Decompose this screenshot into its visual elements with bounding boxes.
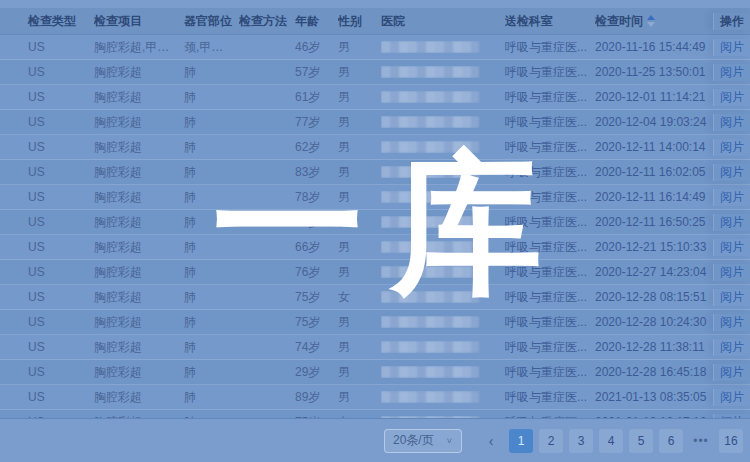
cell-organ: 肺	[184, 264, 239, 281]
view-images-link[interactable]: 阅片	[720, 165, 744, 179]
cell-action: 阅片	[713, 214, 750, 231]
cell-action: 阅片	[713, 114, 750, 131]
table-row: US胸腔彩超肺77岁男呼吸与重症医...2020-12-04 19:03:24阅…	[0, 110, 750, 135]
cell-hospital	[381, 166, 505, 178]
cell-gender: 男	[338, 39, 381, 56]
column-header-exam_time[interactable]: 检查时间	[595, 13, 713, 30]
sort-icon[interactable]	[647, 15, 655, 27]
prev-page-button[interactable]: ‹	[479, 429, 503, 453]
table-row: US胸腔彩超肺76岁男呼吸与重症医...2020-12-27 14:23:04阅…	[0, 260, 750, 285]
column-header-hospital: 医院	[381, 13, 505, 30]
cell-organ: 肺	[184, 289, 239, 306]
cell-hospital	[381, 366, 505, 378]
cell-exam_type: US	[0, 65, 94, 79]
cell-exam_type: US	[0, 40, 94, 54]
cell-action: 阅片	[713, 189, 750, 206]
exam-table: 检查类型检查项目器官部位检查方法年龄性别医院送检科室检查时间操作 US胸腔彩超,…	[0, 8, 750, 435]
cell-department: 呼吸与重症医...	[505, 389, 595, 406]
view-images-link[interactable]: 阅片	[720, 315, 744, 329]
cell-age: 77岁	[295, 114, 338, 131]
table-row: US胸腔彩超肺57岁男呼吸与重症医...2020-11-25 13:50:01阅…	[0, 60, 750, 85]
cell-exam_time: 2020-11-25 13:50:01	[595, 65, 713, 79]
view-images-link[interactable]: 阅片	[720, 215, 744, 229]
page-buttons: 123456•••16	[506, 429, 746, 453]
view-images-link[interactable]: 阅片	[720, 65, 744, 79]
table-header-row: 检查类型检查项目器官部位检查方法年龄性别医院送检科室检查时间操作	[0, 8, 750, 35]
view-images-link[interactable]: 阅片	[720, 340, 744, 354]
view-images-link[interactable]: 阅片	[720, 390, 744, 404]
page-size-select[interactable]: 20条/页 ∨	[384, 429, 462, 453]
cell-department: 呼吸与重症医...	[505, 264, 595, 281]
cell-department: 呼吸与重症医...	[505, 164, 595, 181]
more-pages-icon[interactable]: •••	[689, 429, 713, 453]
cell-exam_type: US	[0, 340, 94, 354]
cell-gender: 男	[338, 364, 381, 381]
cell-hospital	[381, 66, 505, 78]
cell-exam_type: US	[0, 365, 94, 379]
view-images-link[interactable]: 阅片	[720, 290, 744, 304]
page-button-16[interactable]: 16	[719, 429, 743, 453]
cell-organ: 肺	[184, 389, 239, 406]
page-button-5[interactable]: 5	[629, 429, 653, 453]
view-images-link[interactable]: 阅片	[720, 190, 744, 204]
page-button-2[interactable]: 2	[539, 429, 563, 453]
page-button-6[interactable]: 6	[659, 429, 683, 453]
cell-exam_time: 2020-12-11 16:02:05	[595, 165, 713, 179]
cell-organ: 肺	[184, 64, 239, 81]
cell-exam_time: 2020-12-28 10:24:30	[595, 315, 713, 329]
cell-exam_item: 胸腔彩超	[94, 314, 184, 331]
cell-department: 呼吸与重症医...	[505, 114, 595, 131]
view-images-link[interactable]: 阅片	[720, 265, 744, 279]
page-button-4[interactable]: 4	[599, 429, 623, 453]
cell-exam_type: US	[0, 115, 94, 129]
redacted-hospital-name	[381, 141, 479, 153]
column-header-organ: 器官部位	[184, 13, 239, 30]
cell-hospital	[381, 41, 505, 53]
view-images-link[interactable]: 阅片	[720, 240, 744, 254]
cell-gender: 男	[338, 314, 381, 331]
cell-action: 阅片	[713, 164, 750, 181]
table-row: US胸腔彩超肺78岁男呼吸与重症医...2020-12-11 16:14:49阅…	[0, 185, 750, 210]
cell-exam_item: 胸腔彩超	[94, 239, 184, 256]
cell-age: 75岁	[295, 289, 338, 306]
cell-gender: 男	[338, 264, 381, 281]
cell-exam_time: 2020-12-04 19:03:24	[595, 115, 713, 129]
cell-exam_time: 2020-12-21 15:10:33	[595, 240, 713, 254]
table-row: US胸腔彩超肺75岁女呼吸与重症医...2020-12-28 08:15:51阅…	[0, 285, 750, 310]
cell-exam_time: 2021-01-13 08:35:05	[595, 390, 713, 404]
cell-exam_time: 2020-11-16 15:44:49	[595, 40, 713, 54]
cell-hospital	[381, 141, 505, 153]
cell-gender: 男	[338, 389, 381, 406]
cell-gender: 男	[338, 239, 381, 256]
cell-action: 阅片	[713, 314, 750, 331]
cell-exam_item: 胸腔彩超	[94, 189, 184, 206]
cell-exam_type: US	[0, 240, 94, 254]
view-images-link[interactable]: 阅片	[720, 90, 744, 104]
cell-exam_item: 胸腔彩超	[94, 214, 184, 231]
view-images-link[interactable]: 阅片	[720, 140, 744, 154]
column-header-department: 送检科室	[505, 13, 595, 30]
table-row: US胸腔彩超肺89岁男呼吸与重症医...2021-01-13 08:35:05阅…	[0, 385, 750, 410]
cell-organ: 肺	[184, 239, 239, 256]
view-images-link[interactable]: 阅片	[720, 115, 744, 129]
column-header-exam_item: 检查项目	[94, 13, 184, 30]
exam-list-page: 检查类型检查项目器官部位检查方法年龄性别医院送检科室检查时间操作 US胸腔彩超,…	[0, 0, 750, 462]
cell-department: 呼吸与重症医...	[505, 364, 595, 381]
cell-exam_type: US	[0, 90, 94, 104]
cell-exam_item: 胸腔彩超	[94, 64, 184, 81]
cell-exam_type: US	[0, 390, 94, 404]
column-header-gender: 性别	[338, 13, 381, 30]
redacted-hospital-name	[381, 166, 479, 178]
page-button-1[interactable]: 1	[509, 429, 533, 453]
cell-action: 阅片	[713, 139, 750, 156]
cell-hospital	[381, 341, 505, 353]
cell-age: 29岁	[295, 364, 338, 381]
page-button-3[interactable]: 3	[569, 429, 593, 453]
cell-gender: 女	[338, 289, 381, 306]
view-images-link[interactable]: 阅片	[720, 40, 744, 54]
column-header-age: 年龄	[295, 13, 338, 30]
cell-action: 阅片	[713, 39, 750, 56]
view-images-link[interactable]: 阅片	[720, 365, 744, 379]
cell-department: 呼吸与重症医...	[505, 339, 595, 356]
cell-hospital	[381, 241, 505, 253]
